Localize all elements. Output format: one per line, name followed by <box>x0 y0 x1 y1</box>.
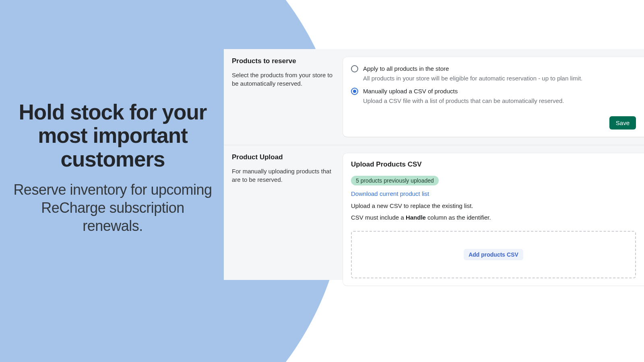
section-desc-products-to-reserve: Select the products from your store to b… <box>232 71 336 88</box>
radio-manual-csv-help: Upload a CSV file with a list of product… <box>363 96 636 105</box>
csv-hint-suffix: column as the identifier. <box>426 214 491 221</box>
hero-subtitle: Reserve inventory for upcoming ReCharge … <box>12 181 213 235</box>
section-title-product-upload: Product Upload <box>232 153 336 161</box>
section-title-products-to-reserve: Products to reserve <box>232 57 336 65</box>
csv-hint-prefix: CSV must include a <box>351 214 406 221</box>
csv-dropzone[interactable]: Add products CSV <box>351 231 636 278</box>
csv-hint: CSV must include a Handle column as the … <box>351 213 636 222</box>
section-product-upload: Product Upload For manually uploading pr… <box>224 145 644 286</box>
radio-manual-csv[interactable]: Manually upload a CSV of products Upload… <box>351 87 636 105</box>
csv-hint-bold: Handle <box>406 214 426 221</box>
radio-manual-csv-label: Manually upload a CSV of products <box>363 87 636 95</box>
radio-apply-all[interactable]: Apply to all products in the store All p… <box>351 64 636 83</box>
settings-panel: Products to reserve Select the products … <box>224 49 644 280</box>
upload-card-title: Upload Products CSV <box>351 160 636 169</box>
card-product-selection: Apply to all products in the store All p… <box>343 57 644 137</box>
section-products-to-reserve: Products to reserve Select the products … <box>224 49 644 137</box>
card-upload-csv: Upload Products CSV 5 products previousl… <box>343 153 644 286</box>
add-products-csv-button[interactable]: Add products CSV <box>464 249 523 260</box>
replace-instruction: Upload a new CSV to replace the existing… <box>351 201 636 210</box>
section-desc-product-upload: For manually uploading products that are… <box>232 167 336 184</box>
radio-apply-all-help: All products in your store will be eligi… <box>363 74 636 83</box>
radio-apply-all-label: Apply to all products in the store <box>363 64 636 73</box>
hero-title: Hold stock for your most important custo… <box>12 101 213 171</box>
radio-icon-selected <box>351 88 358 95</box>
hero-text-block: Hold stock for your most important custo… <box>0 101 225 235</box>
save-button[interactable]: Save <box>609 116 636 130</box>
download-product-list-link[interactable]: Download current product list <box>351 190 429 197</box>
radio-icon <box>351 65 358 72</box>
uploaded-count-badge: 5 products previously uploaded <box>351 176 439 185</box>
